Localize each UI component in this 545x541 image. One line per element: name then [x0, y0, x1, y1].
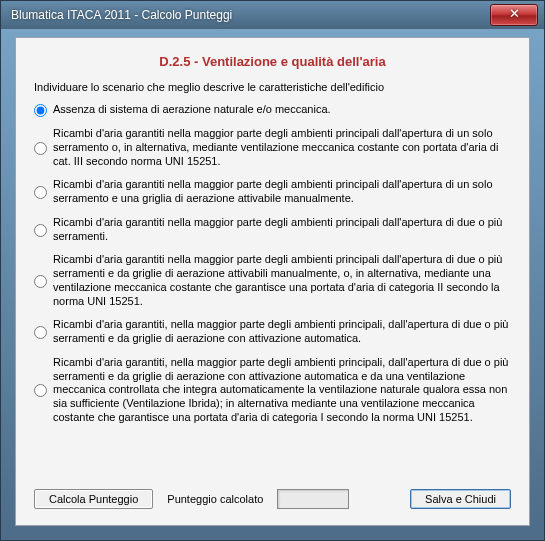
close-icon: ✕ [509, 6, 520, 21]
option-5[interactable]: Ricambi d'aria garantiti, nella maggior … [34, 318, 511, 346]
option-1-radio[interactable] [34, 142, 47, 155]
option-4[interactable]: Ricambi d'aria garantiti nella maggior p… [34, 253, 511, 308]
option-2[interactable]: Ricambi d'aria garantiti nella maggior p… [34, 178, 511, 206]
option-2-label: Ricambi d'aria garantiti nella maggior p… [53, 178, 511, 206]
option-1-label: Ricambi d'aria garantiti nella maggior p… [53, 127, 511, 168]
option-group: Assenza di sistema di aerazione naturale… [34, 103, 511, 425]
option-4-radio[interactable] [34, 275, 47, 288]
option-3-label: Ricambi d'aria garantiti nella maggior p… [53, 216, 511, 244]
score-value [277, 489, 349, 509]
close-button[interactable]: ✕ [490, 4, 538, 26]
calc-score-button[interactable]: Calcola Punteggio [34, 489, 153, 509]
option-6-label: Ricambi d'aria garantiti, nella maggior … [53, 356, 511, 425]
option-6-radio[interactable] [34, 384, 47, 397]
option-1[interactable]: Ricambi d'aria garantiti nella maggior p… [34, 127, 511, 168]
content-panel: D.2.5 - Ventilazione e qualità dell'aria… [15, 37, 530, 526]
bottom-bar: Calcola Punteggio Punteggio calcolato Sa… [34, 489, 511, 509]
titlebar: Blumatica ITACA 2011 - Calcolo Punteggi … [1, 1, 544, 29]
section-heading: D.2.5 - Ventilazione e qualità dell'aria [34, 54, 511, 69]
option-4-label: Ricambi d'aria garantiti nella maggior p… [53, 253, 511, 308]
option-5-label: Ricambi d'aria garantiti, nella maggior … [53, 318, 511, 346]
option-0-radio[interactable] [34, 104, 47, 117]
intro-text: Individuare lo scenario che meglio descr… [34, 81, 511, 93]
dialog-window: Blumatica ITACA 2011 - Calcolo Punteggi … [0, 0, 545, 541]
option-5-radio[interactable] [34, 326, 47, 339]
option-0-label: Assenza di sistema di aerazione naturale… [53, 103, 511, 117]
option-2-radio[interactable] [34, 186, 47, 199]
window-title: Blumatica ITACA 2011 - Calcolo Punteggi [11, 8, 490, 22]
option-0[interactable]: Assenza di sistema di aerazione naturale… [34, 103, 511, 117]
option-3-radio[interactable] [34, 224, 47, 237]
option-3[interactable]: Ricambi d'aria garantiti nella maggior p… [34, 216, 511, 244]
save-close-button[interactable]: Salva e Chiudi [410, 489, 511, 509]
option-6[interactable]: Ricambi d'aria garantiti, nella maggior … [34, 356, 511, 425]
score-label: Punteggio calcolato [167, 493, 263, 505]
